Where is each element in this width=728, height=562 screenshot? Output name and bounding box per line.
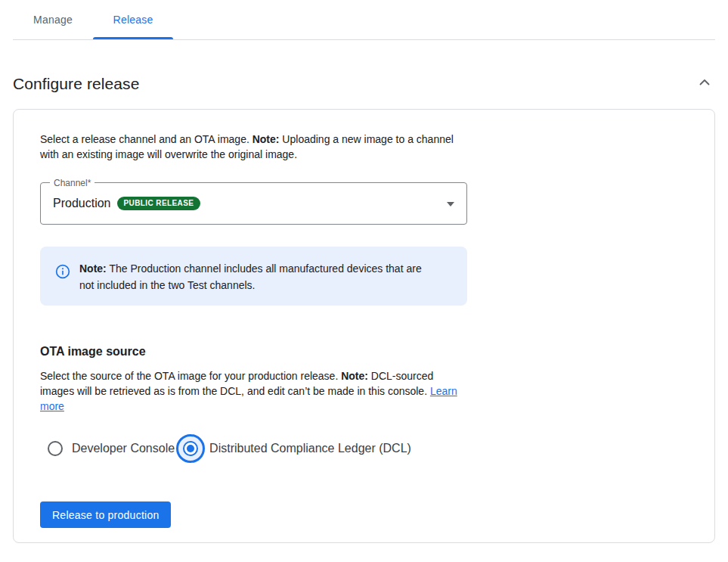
info-icon xyxy=(55,264,70,282)
public-release-badge: PUBLIC RELEASE xyxy=(117,197,201,210)
chevron-up-icon xyxy=(695,73,714,94)
channel-value-text: Production xyxy=(53,197,111,210)
intro-text-pre: Select a release channel and an OTA imag… xyxy=(40,133,252,145)
configure-release-card: Select a release channel and an OTA imag… xyxy=(13,109,715,543)
radio-dcl[interactable]: Distributed Compliance Ledger (DCL) xyxy=(175,434,411,463)
radio-developer-console[interactable]: Developer Console xyxy=(40,441,175,456)
channel-select-value: Production PUBLIC RELEASE xyxy=(53,197,200,210)
ota-image-source-heading: OTA image source xyxy=(40,345,688,359)
radio-selected-icon[interactable] xyxy=(183,441,198,456)
radio-developer-console-label: Developer Console xyxy=(72,442,175,455)
channel-select[interactable]: Channel* Production PUBLIC RELEASE xyxy=(40,182,467,225)
page-title: Configure release xyxy=(13,75,139,93)
ota-source-radio-group: Developer Console Distributed Compliance… xyxy=(40,433,688,464)
info-note-bold: Note: xyxy=(79,262,107,275)
tab-release[interactable]: Release xyxy=(93,0,173,39)
intro-text: Select a release channel and an OTA imag… xyxy=(40,132,460,162)
tab-manage[interactable]: Manage xyxy=(13,0,93,39)
info-note-text: Note: The Production channel includes al… xyxy=(79,259,435,293)
intro-text-bold: Note: xyxy=(252,133,280,145)
radio-dot xyxy=(187,445,194,452)
ota-description: Select the source of the OTA image for y… xyxy=(40,368,468,414)
radio-dcl-label: Distributed Compliance Ledger (DCL) xyxy=(209,442,411,455)
release-to-production-button[interactable]: Release to production xyxy=(40,501,171,528)
channel-select-label: Channel* xyxy=(50,178,94,188)
collapse-section-button[interactable] xyxy=(694,72,715,95)
radio-unselected-icon[interactable] xyxy=(48,441,63,456)
info-note: Note: The Production channel includes al… xyxy=(40,247,467,306)
dropdown-caret-icon xyxy=(447,202,454,206)
section-header: Configure release xyxy=(13,40,715,109)
ota-desc-bold: Note: xyxy=(341,370,368,382)
tab-bar: Manage Release xyxy=(13,0,715,40)
info-note-body: The Production channel includes all manu… xyxy=(79,262,422,291)
ota-desc-pre: Select the source of the OTA image for y… xyxy=(40,370,341,382)
radio-focus-ring[interactable] xyxy=(176,434,205,463)
